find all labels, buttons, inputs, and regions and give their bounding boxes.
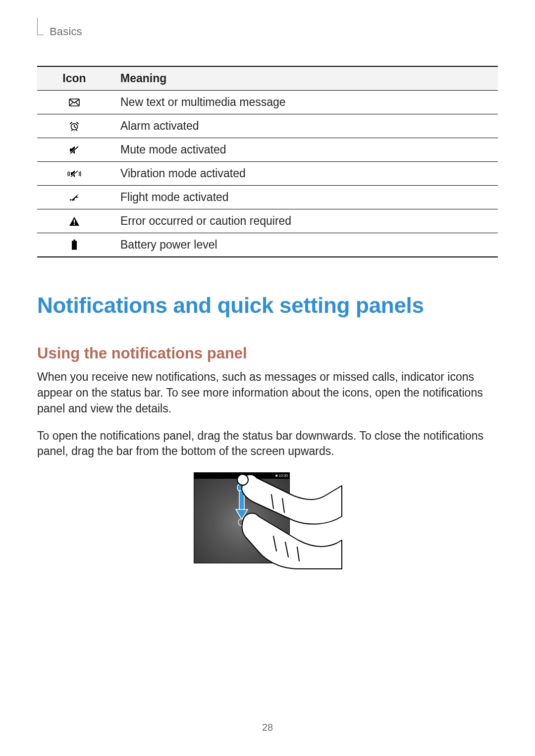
section-label: Basics bbox=[50, 25, 82, 38]
section-title: Using the notifications panel bbox=[37, 345, 498, 362]
meaning-cell: New text or multimedia message bbox=[111, 91, 498, 114]
svg-rect-9 bbox=[72, 241, 77, 250]
device-frame: ■ 10:00 bbox=[194, 472, 290, 563]
icon-meaning-table: Icon Meaning New text or multimedia mess… bbox=[37, 66, 498, 257]
meaning-cell: Battery power level bbox=[111, 233, 498, 257]
col-header-meaning: Meaning bbox=[111, 66, 498, 91]
table-row: Flight mode activated bbox=[37, 186, 498, 209]
meaning-cell: Alarm activated bbox=[111, 114, 498, 138]
meaning-cell: Flight mode activated bbox=[111, 186, 498, 209]
table-header-row: Icon Meaning bbox=[37, 66, 498, 91]
table-row: New text or multimedia message bbox=[37, 91, 498, 114]
table-row: Error occurred or caution required bbox=[37, 209, 498, 233]
table-row: Mute mode activated bbox=[37, 138, 498, 162]
table-row: Battery power level bbox=[37, 233, 498, 257]
meaning-cell: Vibration mode activated bbox=[111, 162, 498, 186]
svg-rect-8 bbox=[73, 240, 75, 241]
table-row: Alarm activated bbox=[37, 114, 498, 138]
message-icon bbox=[37, 91, 111, 114]
paragraph: When you receive new notifications, such… bbox=[37, 369, 498, 416]
meaning-cell: Mute mode activated bbox=[111, 138, 498, 162]
airplane-icon bbox=[37, 186, 111, 209]
meaning-cell: Error occurred or caution required bbox=[111, 209, 498, 233]
svg-rect-11 bbox=[239, 491, 244, 510]
warning-icon bbox=[37, 209, 111, 233]
svg-rect-7 bbox=[74, 223, 75, 224]
header-ornament bbox=[37, 18, 44, 35]
device-status-bar: ■ 10:00 bbox=[194, 473, 289, 479]
illustration: ■ 10:00 bbox=[194, 472, 341, 563]
svg-rect-6 bbox=[74, 219, 75, 223]
col-header-icon: Icon bbox=[37, 66, 111, 91]
page-title: Notifications and quick setting panels bbox=[37, 293, 498, 318]
table-row: Vibration mode activated bbox=[37, 162, 498, 186]
header: Basics bbox=[37, 18, 498, 38]
alarm-icon bbox=[37, 114, 111, 138]
vibrate-icon bbox=[37, 162, 111, 186]
battery-icon bbox=[37, 233, 111, 257]
mute-icon bbox=[37, 138, 111, 162]
page-number: 28 bbox=[0, 722, 535, 733]
paragraph: To open the notifications panel, drag th… bbox=[37, 428, 498, 459]
swipe-down-arrow-icon bbox=[235, 483, 249, 527]
